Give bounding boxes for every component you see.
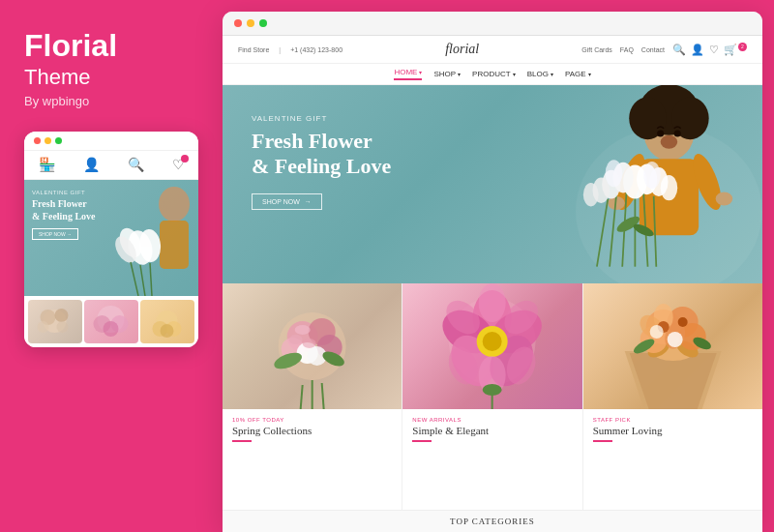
cart-badge: 2 xyxy=(738,43,747,51)
nav-item-product[interactable]: PRODUCT ▾ xyxy=(472,68,516,80)
product-image-2 xyxy=(402,283,581,409)
brand-by: By wpbingo xyxy=(24,94,89,108)
product-name-2: Simple & Elegant xyxy=(412,425,572,436)
svg-line-7 xyxy=(131,262,138,296)
product-image-1 xyxy=(223,283,402,409)
chevron-down-icon: ▾ xyxy=(588,71,591,77)
svg-point-0 xyxy=(159,187,190,222)
mobile-flowers-row xyxy=(24,296,198,347)
browser-dot-yellow xyxy=(247,19,254,27)
nav-item-shop[interactable]: SHOP ▾ xyxy=(433,68,461,80)
browser-dot-red xyxy=(234,19,242,27)
contact-link[interactable]: Contact xyxy=(641,46,665,53)
product-name-1: Spring Collections xyxy=(232,425,392,436)
top-categories-label: TOP CATEGORIES xyxy=(223,510,762,532)
mobile-hero-subtitle: VALENTINE GIFT xyxy=(32,190,96,195)
svg-point-67 xyxy=(303,339,316,348)
user-icon[interactable]: 👤 xyxy=(691,44,704,56)
mobile-flower-2 xyxy=(84,300,138,343)
hero-shop-now-button[interactable]: SHOP NOW → xyxy=(252,193,322,210)
hero-title-line1: Fresh Flower xyxy=(252,129,372,153)
left-panel: Florial Theme By wpbingo 🏪 👤 🔍 ♡ VALENTI… xyxy=(0,0,223,532)
nav-item-blog[interactable]: BLOG ▾ xyxy=(527,68,553,80)
svg-rect-1 xyxy=(160,221,189,269)
separator: | xyxy=(279,46,281,53)
mobile-nav-bar: 🏪 👤 🔍 ♡ xyxy=(24,151,198,180)
wishlist-icon[interactable]: ♡ xyxy=(709,44,719,56)
chevron-down-icon: ▾ xyxy=(458,71,461,77)
mobile-dot-red xyxy=(34,137,41,144)
site-nav-right: Gift Cards FAQ Contact 🔍 👤 ♡ 🛒 2 xyxy=(581,44,747,56)
product-image-3 xyxy=(583,283,762,409)
product-flower-svg-1 xyxy=(223,283,402,409)
product-card-elegant[interactable]: NEW ARRIVALS Simple & Elegant xyxy=(402,283,582,510)
hero-section: VALENTINE GIFT Fresh Flower & Feeling Lo… xyxy=(223,85,762,283)
svg-point-46 xyxy=(661,175,678,200)
mobile-user-icon: 👤 xyxy=(83,157,100,173)
site-nav-left: Find Store | +1 (432) 123-800 xyxy=(238,46,342,53)
svg-point-52 xyxy=(674,131,681,137)
product-info-2: NEW ARRIVALS Simple & Elegant xyxy=(402,409,581,450)
svg-line-6 xyxy=(140,265,145,296)
hero-content: VALENTINE GIFT Fresh Flower & Feeling Lo… xyxy=(252,114,391,210)
svg-point-99 xyxy=(649,325,663,339)
product-name-3: Summer Loving xyxy=(593,425,753,436)
search-icon[interactable]: 🔍 xyxy=(672,44,686,56)
mobile-shop-icon: 🏪 xyxy=(39,157,55,173)
svg-point-49 xyxy=(643,162,661,189)
svg-point-31 xyxy=(716,192,733,206)
gift-cards-link[interactable]: Gift Cards xyxy=(581,46,612,53)
brand-subtitle: Theme xyxy=(24,65,90,90)
product-card-spring[interactable]: 10% OFF TODAY Spring Collections xyxy=(223,283,402,510)
svg-point-21 xyxy=(161,324,174,338)
cart-icon[interactable]: 🛒 xyxy=(724,44,737,56)
hero-subtitle: VALENTINE GIFT xyxy=(252,114,391,123)
product-info-3: STAFF PICK Summer Loving xyxy=(583,409,762,450)
mobile-notif-badge xyxy=(181,155,189,163)
product-underline-1 xyxy=(232,440,252,442)
svg-point-66 xyxy=(289,335,303,344)
svg-line-63 xyxy=(301,385,303,409)
chevron-down-icon: ▾ xyxy=(551,71,553,77)
brand-title: Florial xyxy=(24,29,117,63)
svg-point-50 xyxy=(661,135,678,149)
svg-point-12 xyxy=(38,321,49,333)
product-card-summer[interactable]: STAFF PICK Summer Loving xyxy=(583,283,762,510)
find-store-link[interactable]: Find Store xyxy=(238,46,269,53)
mobile-flower-3 xyxy=(140,300,194,343)
mobile-hero-title: Fresh Flower& Feeling Love xyxy=(32,197,96,222)
svg-point-13 xyxy=(57,321,69,333)
svg-line-64 xyxy=(322,383,324,409)
mobile-hero-text: VALENTINE GIFT Fresh Flower& Feeling Lov… xyxy=(32,190,96,240)
product-tag-3: STAFF PICK xyxy=(593,417,753,423)
mobile-shop-now-button[interactable]: SHOP NOW → xyxy=(32,228,78,240)
mobile-hero: VALENTINE GIFT Fresh Flower& Feeling Lov… xyxy=(24,180,198,296)
mobile-product-card-1 xyxy=(28,300,82,343)
site-main-nav: HOME ▾ SHOP ▾ PRODUCT ▾ BLOG ▾ PAGE ▾ xyxy=(223,64,762,85)
mobile-product-card-2 xyxy=(84,300,138,343)
mobile-top-bar xyxy=(24,132,198,151)
hero-image-area xyxy=(465,85,762,283)
phone-number: +1 (432) 123-800 xyxy=(290,46,342,53)
product-underline-2 xyxy=(412,440,432,442)
nav-item-page[interactable]: PAGE ▾ xyxy=(565,68,591,80)
faq-link[interactable]: FAQ xyxy=(620,46,634,53)
right-panel: Find Store | +1 (432) 123-800 florial Gi… xyxy=(223,12,762,532)
svg-point-75 xyxy=(483,332,502,351)
mobile-dot-green xyxy=(55,137,62,144)
chevron-down-icon: ▾ xyxy=(419,69,422,75)
products-section: 10% OFF TODAY Spring Collections xyxy=(223,283,762,532)
svg-point-98 xyxy=(667,332,682,347)
website-content: Find Store | +1 (432) 123-800 florial Gi… xyxy=(223,36,762,532)
site-nav-icons: 🔍 👤 ♡ 🛒 2 xyxy=(672,44,747,56)
nav-item-home[interactable]: HOME ▾ xyxy=(394,68,422,80)
svg-point-47 xyxy=(583,183,599,207)
mobile-hero-illustration xyxy=(111,180,198,296)
browser-dot-green xyxy=(259,19,267,27)
mobile-dot-yellow xyxy=(45,137,51,144)
hero-title: Fresh Flower & Feeling Love xyxy=(252,129,391,180)
svg-point-65 xyxy=(295,325,311,335)
site-logo[interactable]: florial xyxy=(445,42,479,57)
svg-line-8 xyxy=(150,263,152,296)
product-underline-3 xyxy=(593,440,612,442)
